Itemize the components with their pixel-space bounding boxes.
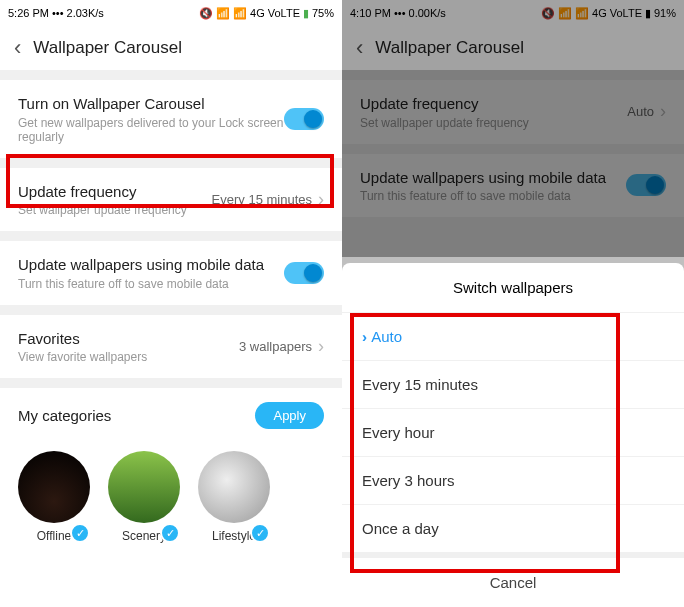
row-value: 3 wallpapers xyxy=(239,339,312,354)
row-favorites[interactable]: Favorites View favorite wallpapers 3 wal… xyxy=(0,315,342,379)
toggle-mobile-data[interactable] xyxy=(284,262,324,284)
toggle-carousel[interactable] xyxy=(284,108,324,130)
category-offline[interactable]: ✓ Offline xyxy=(18,451,90,543)
status-net: 4G VoLTE xyxy=(250,7,300,19)
option-15-minutes[interactable]: Every 15 minutes xyxy=(342,360,684,408)
status-battery: 75% xyxy=(312,7,334,19)
signal-icon: 📶 xyxy=(233,7,247,20)
row-value: Every 15 minutes xyxy=(212,192,312,207)
section-title: My categories xyxy=(18,406,111,426)
checkmark-icon: ✓ xyxy=(250,523,270,543)
category-lifestyle[interactable]: ✓ Lifestyle xyxy=(198,451,270,543)
sheet-title: Switch wallpapers xyxy=(342,263,684,312)
chevron-right-icon: › xyxy=(318,336,324,357)
signal-icon: 📶 xyxy=(216,7,230,20)
option-auto[interactable]: Auto xyxy=(342,312,684,360)
row-update-frequency[interactable]: Update frequency Set wallpaper update fr… xyxy=(0,168,342,232)
chevron-right-icon: › xyxy=(318,189,324,210)
category-label: Offline xyxy=(37,529,71,543)
dots-icon: ••• xyxy=(52,7,64,19)
category-thumb xyxy=(198,451,270,523)
status-speed: 2.03K/s xyxy=(67,7,104,19)
option-every-hour[interactable]: Every hour xyxy=(342,408,684,456)
category-thumb xyxy=(108,451,180,523)
back-icon[interactable]: ‹ xyxy=(14,35,21,61)
status-time: 5:26 PM xyxy=(8,7,49,19)
apply-button[interactable]: Apply xyxy=(255,402,324,429)
cancel-button[interactable]: Cancel xyxy=(342,552,684,607)
row-subtitle: Get new wallpapers delivered to your Loc… xyxy=(18,116,284,144)
row-title: Update frequency xyxy=(18,182,212,202)
category-thumb xyxy=(18,451,90,523)
switch-wallpapers-sheet: Switch wallpapers Auto Every 15 minutes … xyxy=(342,263,684,607)
mute-icon: 🔇 xyxy=(199,7,213,20)
status-bar: 5:26 PM ••• 2.03K/s 🔇 📶 📶 4G VoLTE ▮ 75% xyxy=(0,0,342,26)
checkmark-icon: ✓ xyxy=(160,523,180,543)
row-subtitle: Set wallpaper update frequency xyxy=(18,203,212,217)
header: ‹ Wallpaper Carousel xyxy=(0,26,342,70)
my-categories-header: My categories Apply xyxy=(0,388,342,443)
option-3-hours[interactable]: Every 3 hours xyxy=(342,456,684,504)
row-title: Update wallpapers using mobile data xyxy=(18,255,284,275)
phone-left: 5:26 PM ••• 2.03K/s 🔇 📶 📶 4G VoLTE ▮ 75%… xyxy=(0,0,342,607)
row-subtitle: View favorite wallpapers xyxy=(18,350,239,364)
phone-right: 4:10 PM ••• 0.00K/s 🔇 📶 📶 4G VoLTE ▮ 91%… xyxy=(342,0,684,607)
row-turn-on-carousel[interactable]: Turn on Wallpaper Carousel Get new wallp… xyxy=(0,80,342,158)
row-title: Turn on Wallpaper Carousel xyxy=(18,94,284,114)
option-once-a-day[interactable]: Once a day xyxy=(342,504,684,552)
row-title: Favorites xyxy=(18,329,239,349)
row-mobile-data[interactable]: Update wallpapers using mobile data Turn… xyxy=(0,241,342,305)
row-subtitle: Turn this feature off to save mobile dat… xyxy=(18,277,284,291)
checkmark-icon: ✓ xyxy=(70,523,90,543)
categories-list: ✓ Offline ✓ Scenery ✓ Lifestyle xyxy=(0,443,342,551)
battery-icon: ▮ xyxy=(303,7,309,20)
page-title: Wallpaper Carousel xyxy=(33,38,182,58)
category-scenery[interactable]: ✓ Scenery xyxy=(108,451,180,543)
